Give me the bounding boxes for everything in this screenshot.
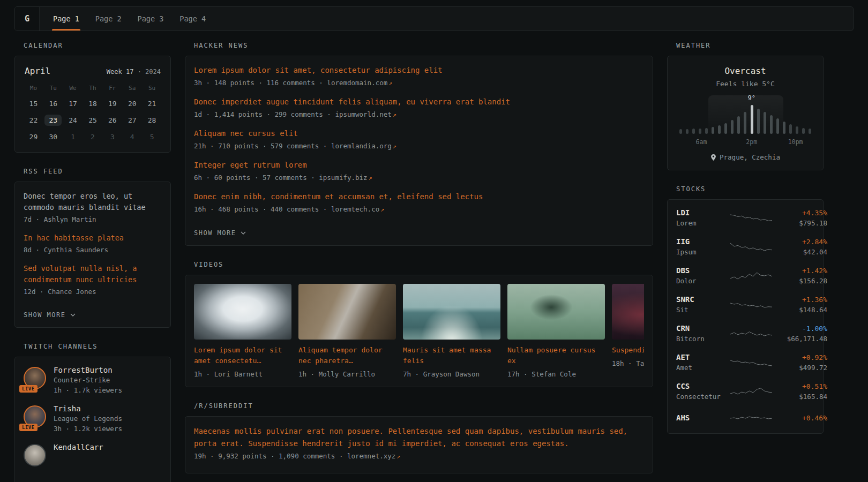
video-thumbnail	[507, 284, 605, 340]
videos-row: Lorem ipsum dolor sit amet consectetu…1h…	[194, 284, 644, 378]
rss-item-title[interactable]: In hac habitasse platea	[24, 232, 162, 244]
stock-numbers: +0.51%$165.84	[777, 382, 827, 401]
stock-numbers: +1.42%$156.28	[777, 267, 827, 285]
tab-page-4[interactable]: Page 4	[171, 7, 214, 31]
hackernews-show-more-button[interactable]: SHOW MORE	[194, 229, 246, 237]
weather-bar	[783, 122, 785, 134]
stock-row[interactable]: AHS+0.46%	[676, 411, 814, 425]
video-card[interactable]: Suspendisse diam18h · Tara	[612, 284, 644, 378]
stock-row[interactable]: CCSConsectetur+0.51%$165.84	[676, 382, 814, 401]
video-card[interactable]: Nullam posuere cursus ex17h · Stefan Col…	[507, 284, 605, 378]
weather-bar	[724, 123, 727, 134]
avatar: LIVE	[24, 405, 46, 428]
stock-row[interactable]: LDILorem+4.35%$795.18	[676, 208, 814, 227]
rss-card: Donec tempor eros leo, ut commodo mauris…	[14, 182, 171, 328]
app-logo[interactable]: G	[15, 7, 40, 31]
hackernews-item: Lorem ipsum dolor sit amet, consectetur …	[194, 65, 644, 87]
video-card[interactable]: Mauris sit amet massa felis7h · Grayson …	[403, 284, 500, 378]
stock-row[interactable]: AETAmet+0.92%$499.72	[676, 353, 814, 372]
calendar-day-number: 18	[88, 100, 97, 108]
hackernews-widget-title: HACKER NEWS	[194, 42, 653, 49]
weather-feels-like: Feels like 5°C	[676, 80, 814, 88]
weather-time-label: 2pm	[746, 138, 757, 146]
weather-bar	[789, 124, 792, 134]
hackernews-item-title[interactable]: Integer eget rutrum lorem	[194, 160, 644, 171]
weather-condition: Overcast	[676, 66, 814, 76]
stock-row[interactable]: SNRCSit+1.36%$148.64	[676, 295, 814, 314]
stock-row[interactable]: IIGIpsum+2.84%$42.04	[676, 237, 814, 256]
calendar-widget-title: CALENDAR	[24, 42, 171, 49]
calendar-day: 2	[83, 130, 103, 144]
hackernews-item-title[interactable]: Aliquam nec cursus elit	[194, 128, 644, 139]
hackernews-item-meta: 1d · 1,414 points · 299 comments · ipsum…	[194, 110, 644, 118]
subreddit-widget: /R/SUBREDDIT Maecenas mollis pulvinar er…	[185, 402, 653, 473]
calendar-year: 2024	[145, 68, 161, 76]
calendar-day-number: 22	[29, 116, 38, 124]
twitch-channel[interactable]: KendallCarr	[24, 443, 162, 466]
map-pin-icon	[710, 154, 716, 161]
weather-bar	[744, 112, 746, 134]
rss-widget-title: RSS FEED	[24, 168, 171, 175]
calendar-day-number: 26	[108, 116, 117, 124]
rss-show-more-button[interactable]: SHOW MORE	[24, 311, 76, 319]
calendar-day-today: 23	[43, 113, 63, 127]
calendar-day-number: 5	[150, 133, 154, 141]
stock-price: $165.84	[777, 393, 827, 401]
hackernews-item-title[interactable]: Donec imperdiet augue tincidunt felis al…	[194, 96, 644, 108]
rss-item-title[interactable]: Donec tempor eros leo, ut commodo mauris…	[24, 191, 162, 213]
hackernews-item: Donec imperdiet augue tincidunt felis al…	[194, 96, 644, 118]
stock-name: Consectetur	[676, 393, 725, 401]
stock-price: $148.64	[777, 306, 827, 314]
stock-row[interactable]: DBSDolor+1.42%$156.28	[676, 266, 814, 285]
hackernews-item-domain-link[interactable]: loremlandia.org	[331, 142, 392, 150]
subreddit-post-title[interactable]: Maecenas mollis pulvinar erat non posuer…	[194, 425, 644, 449]
stock-price: $42.04	[777, 248, 827, 256]
calendar-day-number: 3	[110, 133, 115, 141]
dashboard-columns: CALENDAR April Week 17 · 2024 MoTuWeThFr…	[14, 42, 854, 482]
calendar-day-number: 17	[69, 100, 77, 108]
stock-symbol: DBS	[676, 266, 725, 275]
stock-change: +0.92%	[777, 353, 827, 362]
tab-page-2[interactable]: Page 2	[87, 7, 130, 31]
video-card[interactable]: Aliquam tempor dolor nec pharetra…1h · M…	[298, 284, 396, 378]
right-column: WEATHER Overcast Feels like 5°C 9° 6am2p…	[667, 42, 824, 449]
stock-sparkline	[730, 269, 773, 283]
twitch-channel[interactable]: LIVETrishaLeague of Legends3h · 1.2k vie…	[24, 404, 162, 433]
stock-change: +4.35%	[777, 209, 827, 217]
weather-bar	[796, 126, 798, 134]
weather-card: Overcast Feels like 5°C 9° 6am2pm10pm P	[667, 56, 824, 170]
calendar-day: 19	[102, 96, 122, 110]
hackernews-item-stats: 21h · 710 points · 579 comments ·	[194, 142, 331, 150]
hackernews-item-domain-link[interactable]: ipsumworld.net	[335, 110, 391, 118]
rss-item-meta: 12d · Chance Jones	[24, 288, 162, 296]
hackernews-item-domain-link[interactable]: loremdomain.com	[327, 79, 387, 87]
channel-name: Trisha	[54, 404, 122, 413]
tab-page-1[interactable]: Page 1	[45, 7, 87, 31]
rss-item-title[interactable]: Sed volutpat nulla nisl, a condimentum n…	[24, 263, 162, 285]
stock-change: -1.00%	[777, 325, 827, 333]
stocks-card: LDILorem+4.35%$795.18IIGIpsum+2.84%$42.0…	[667, 199, 824, 434]
weather-time-label: 10pm	[788, 138, 803, 146]
hackernews-card: Lorem ipsum dolor sit amet, consectetur …	[185, 56, 653, 246]
stock-row[interactable]: CRNBitcorn-1.00%$66,171.48	[676, 324, 814, 343]
calendar-day: 24	[63, 113, 83, 127]
calendar-day-number: 19	[108, 100, 117, 108]
stock-price: $795.18	[777, 219, 827, 227]
hackernews-item-title[interactable]: Donec enim nibh, condimentum et accumsan…	[194, 191, 644, 202]
video-title: Suspendisse diam	[612, 345, 644, 356]
avatar-image	[24, 444, 46, 466]
hackernews-item-title[interactable]: Lorem ipsum dolor sit amet, consectetur …	[194, 65, 644, 76]
stock-symbol: IIG	[676, 237, 725, 246]
topbar: G Page 1Page 2Page 3Page 4	[14, 6, 854, 31]
subreddit-post-domain-link[interactable]: loremnet.xyz	[347, 452, 395, 460]
stocks-widget: STOCKS LDILorem+4.35%$795.18IIGIpsum+2.8…	[667, 185, 824, 434]
video-meta: 1h · Molly Carrillo	[298, 370, 396, 378]
hackernews-item-domain-link[interactable]: loremtech.co	[331, 205, 379, 213]
stock-info: AETAmet	[676, 353, 725, 372]
stock-numbers: +0.92%$499.72	[777, 353, 827, 372]
tab-page-3[interactable]: Page 3	[130, 7, 172, 31]
twitch-channel[interactable]: LIVEForrestBurtonCounter-Strike1h · 1.7k…	[24, 366, 162, 394]
hackernews-item-domain-link[interactable]: ipsumify.biz	[319, 174, 367, 182]
video-card[interactable]: Lorem ipsum dolor sit amet consectetu…1h…	[194, 284, 291, 378]
hackernews-item: Integer eget rutrum lorem6h · 60 points …	[194, 160, 644, 182]
